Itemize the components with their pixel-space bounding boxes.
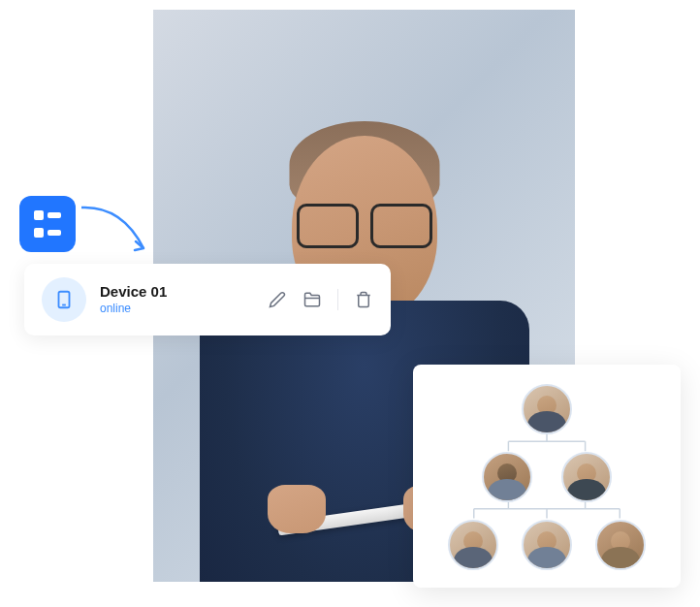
avatar[interactable] xyxy=(595,520,646,570)
org-chart-card xyxy=(413,365,681,588)
device-icon-wrap xyxy=(42,277,86,322)
pencil-icon xyxy=(269,291,286,308)
org-tree xyxy=(429,380,665,572)
avatar[interactable] xyxy=(482,452,532,502)
device-card[interactable]: Device 01 online xyxy=(24,264,391,335)
folder-button[interactable] xyxy=(302,290,322,309)
device-status-label: online xyxy=(100,302,268,317)
device-name-label: Device 01 xyxy=(100,282,268,302)
grid-layout-icon xyxy=(34,210,61,238)
grid-layout-button[interactable] xyxy=(19,196,76,252)
tablet-icon xyxy=(53,289,75,310)
avatar[interactable] xyxy=(448,520,498,570)
edit-button[interactable] xyxy=(268,290,287,309)
avatar[interactable] xyxy=(522,384,572,434)
trash-icon xyxy=(355,291,372,308)
avatar[interactable] xyxy=(522,520,572,570)
folder-icon xyxy=(303,291,321,308)
avatar[interactable] xyxy=(561,452,612,502)
device-info: Device 01 online xyxy=(100,282,268,316)
connector-arrow xyxy=(74,196,161,264)
delete-button[interactable] xyxy=(354,290,373,309)
device-actions xyxy=(268,289,373,310)
action-divider xyxy=(337,289,338,310)
